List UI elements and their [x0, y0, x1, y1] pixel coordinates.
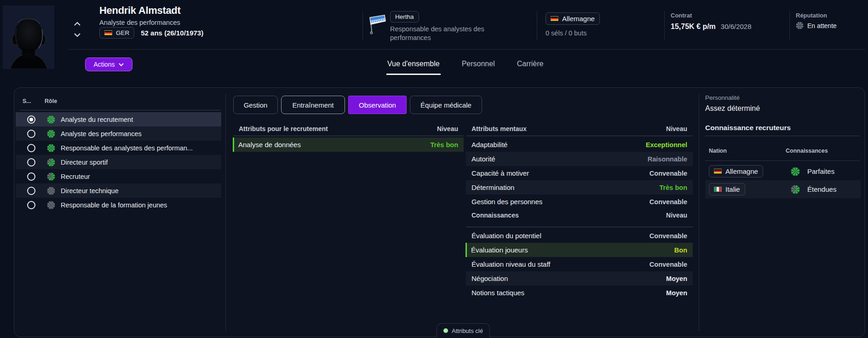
table-divider: [466, 227, 693, 227]
right-panel-divider: [705, 136, 860, 136]
contract-values: 15,75K € p/m 30/6/2028: [671, 23, 752, 31]
attribute-value: Convenable: [650, 198, 687, 206]
attribute-label: Négociation: [471, 275, 508, 282]
right-panel-divider: [705, 160, 860, 161]
page-title-person-name: Hendrik Almstadt: [99, 5, 181, 17]
personality-value: Assez déterminé: [705, 104, 760, 113]
attribute-value: Convenable: [650, 170, 687, 177]
role-radio[interactable]: [27, 144, 35, 152]
contract-label: Contrat: [671, 12, 692, 19]
knowledge-row-italie: Italie Étendues: [705, 180, 861, 198]
role-label: Analyste du recrutement: [61, 116, 133, 123]
key-attributes-legend: Attributs clé: [437, 323, 490, 338]
club-badge[interactable]: Hertha: [390, 11, 419, 23]
role-label: Directeur sportif: [61, 159, 108, 166]
role-radio[interactable]: [27, 187, 35, 195]
attribute-row-evaluation-du-potentiel: Évaluation du potentiel Convenable: [466, 229, 693, 243]
nationality-age-row: GER 52 ans (26/10/1973): [99, 27, 203, 39]
attribute-label: Adaptabilité: [471, 141, 507, 149]
knowledge-table-header: Connaissances Niveau: [466, 210, 693, 220]
role-radio-selected[interactable]: [27, 115, 35, 124]
panel-vertical-divider: [699, 93, 699, 332]
actions-button[interactable]: Actions: [85, 57, 132, 71]
header-section-divider: [537, 11, 537, 40]
sidebar-header-divider: [20, 110, 221, 110]
column-header-nation: Nation: [709, 148, 727, 154]
hertha-club-flag-icon: [365, 12, 387, 35]
suitability-wheel-icon: [47, 201, 55, 209]
knowledge-level: Parfaites: [807, 167, 834, 175]
staff-role-row-directeur-sportif[interactable]: Directeur sportif: [16, 155, 221, 169]
age-text: 52 ans (26/10/1973): [141, 29, 203, 37]
contract-end-date: 30/6/2028: [721, 23, 752, 30]
attribute-label: Gestion des personnes: [471, 198, 542, 206]
attribute-row-determination: Détermination Très bon: [466, 180, 693, 195]
tab-vue-densemble[interactable]: Vue d'ensemble: [386, 57, 441, 75]
attribute-row-analyse-de-donnees: Analyse de données Très bon: [233, 137, 464, 152]
nation-badge-italie[interactable]: Italie: [709, 183, 745, 195]
staff-role-row-analyste-des-performances[interactable]: Analyste des performances: [16, 126, 221, 141]
actions-button-label: Actions: [94, 61, 115, 68]
suitability-wheel-icon: [47, 158, 55, 166]
role-label: Analyste des performances: [61, 130, 142, 137]
knowledge-wheel-icon: [791, 185, 800, 194]
attribute-value: Moyen: [666, 289, 687, 297]
subtab-gestion[interactable]: Gestion: [233, 96, 278, 114]
italy-flag-icon: [714, 187, 722, 192]
silhouette-head-icon: [3, 6, 54, 69]
suitability-wheel-icon: [47, 172, 55, 181]
next-person-chevron-down-icon[interactable]: [72, 31, 83, 39]
role-radio[interactable]: [27, 172, 35, 181]
knowledge-row-allemagne: Allemagne Parfaites: [705, 162, 861, 180]
club-role-text: Responsable des analystes des performanc…: [390, 25, 507, 42]
suitability-wheel-icon: [47, 144, 55, 152]
germany-flag-icon: [104, 30, 112, 35]
reputation-row: En attente: [796, 22, 837, 29]
attribute-label: Évaluation du potentiel: [471, 232, 541, 240]
subtab-entrainement[interactable]: Entraînement: [281, 96, 345, 114]
panel-vertical-divider: [225, 93, 226, 332]
national-team-name: Allemagne: [562, 15, 595, 23]
staff-role-row-recruteur[interactable]: Recruteur: [16, 169, 221, 183]
germany-flag-icon: [551, 16, 558, 21]
staff-role-row-directeur-technique[interactable]: Directeur technique: [16, 183, 221, 198]
table-divider: [233, 136, 464, 136]
attribute-value: Exceptionnel: [646, 141, 687, 149]
staff-role-row-analyste-du-recrutement[interactable]: Analyste du recrutement: [16, 112, 221, 126]
subtab-observation[interactable]: Observation: [348, 96, 407, 114]
role-label: Responsable de la formation jeunes: [61, 201, 167, 209]
role-radio[interactable]: [27, 158, 35, 166]
club-name: Hertha: [395, 13, 414, 20]
attribute-label: Notions tactiques: [471, 289, 524, 297]
attribute-value: Convenable: [650, 232, 687, 240]
role-label: Recruteur: [61, 173, 90, 180]
person-navigation: [72, 20, 83, 39]
attribute-label: Détermination: [471, 183, 514, 191]
national-team-badge[interactable]: Allemagne: [546, 12, 600, 25]
key-attribute-dot-icon: [443, 328, 448, 333]
header-divider: [68, 49, 865, 50]
nation-badge-allemagne[interactable]: Allemagne: [709, 165, 763, 178]
column-header-selected: S...: [23, 98, 31, 104]
knowledge-wheel-icon: [791, 167, 800, 176]
previous-person-chevron-up-icon[interactable]: [72, 20, 83, 28]
nationality-badge[interactable]: GER: [99, 27, 134, 39]
staff-role-row-responsable-formation[interactable]: Responsable de la formation jeunes: [16, 198, 221, 212]
suitability-wheel-icon: [47, 130, 55, 138]
role-radio[interactable]: [27, 130, 35, 138]
attribute-row-adaptabilite: Adaptabilité Exceptionnel: [466, 137, 693, 152]
staff-role-row-responsable-analystes[interactable]: Responsable des analystes des performan.…: [16, 141, 221, 155]
attribute-row-autorite: Autorité Raisonnable: [466, 152, 693, 166]
chevron-down-icon: [119, 63, 124, 66]
subtab-equipe-medicale[interactable]: Équipe médicale: [410, 96, 482, 114]
attribute-value: Moyen: [666, 275, 687, 282]
knowledge-level: Étendues: [807, 185, 836, 193]
attribute-value: Bon: [674, 246, 687, 254]
nationality-code: GER: [116, 29, 129, 36]
role-radio[interactable]: [27, 201, 35, 209]
attribute-row-notions-tactiques: Notions tactiques Moyen: [466, 286, 693, 300]
tab-personnel[interactable]: Personnel: [461, 57, 496, 75]
reputation-label: Réputation: [796, 12, 827, 19]
tab-carriere[interactable]: Carrière: [516, 57, 545, 75]
germany-flag-icon: [714, 169, 722, 174]
